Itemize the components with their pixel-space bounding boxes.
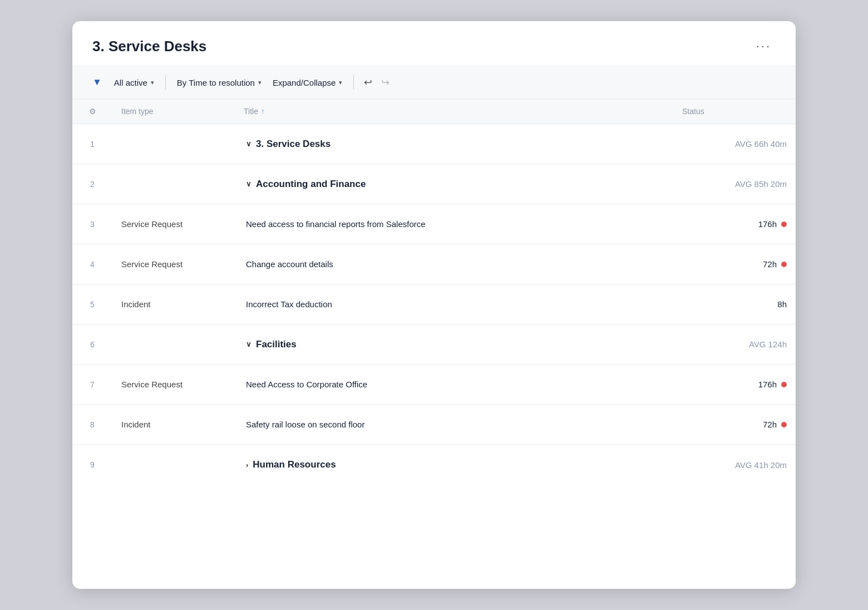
row-number: 4: [72, 260, 112, 269]
row-title: Change account details: [235, 259, 673, 269]
row-title: Need access to financial reports from Sa…: [235, 219, 673, 229]
status-avg: AVG 66h 40m: [735, 139, 787, 149]
status-time-value: 176h: [758, 219, 777, 229]
row-number: 8: [72, 420, 112, 429]
row-item-type: Service Request: [112, 219, 235, 229]
column-header-item-type: Item type: [112, 99, 235, 124]
table-row: 2∨Accounting and FinanceAVG 85h 20m: [72, 164, 796, 204]
row-title: Need Access to Corporate Office: [235, 380, 673, 389]
row-status: AVG 85h 20m: [673, 179, 796, 189]
row-number: 2: [72, 180, 112, 189]
row-status: AVG 41h 20m: [673, 460, 796, 470]
toolbar-divider-2: [353, 75, 354, 90]
group-title-label: Human Resources: [253, 459, 336, 470]
row-status: 8h: [673, 299, 796, 309]
status-dot: [781, 422, 787, 427]
group-title-label: Accounting and Finance: [256, 179, 366, 190]
expand-collapse-button[interactable]: Expand/Collapse ▾: [267, 75, 348, 91]
sort-chevron-icon: ▾: [258, 79, 262, 86]
filter-label: All active: [114, 78, 147, 87]
undo-button[interactable]: ↩: [359, 74, 377, 91]
table-header: ⚙ Item type Title ↑ Status: [72, 99, 796, 124]
expand-arrow-icon: ›: [246, 461, 248, 469]
toolbar: ▼ All active ▾ By Time to resolution ▾ E…: [72, 66, 796, 99]
more-options-button[interactable]: ···: [752, 37, 776, 56]
table-row: 6∨FacilitiesAVG 124h: [72, 324, 796, 365]
row-item-type: Incident: [112, 299, 235, 309]
status-dot: [781, 222, 787, 227]
status-avg: AVG 124h: [749, 340, 787, 349]
status-time-value: 8h: [777, 299, 787, 309]
column-header-status: Status: [673, 99, 796, 124]
group-title-label: Facilities: [256, 339, 297, 350]
table: ⚙ Item type Title ↑ Status 1∨3. Service …: [72, 99, 796, 485]
status-dot: [781, 262, 787, 267]
status-avg: AVG 41h 20m: [735, 460, 787, 470]
table-row: 7Service RequestNeed Access to Corporate…: [72, 365, 796, 405]
filter-icon: ▼: [92, 77, 102, 88]
group-title-label: 3. Service Desks: [256, 139, 331, 150]
table-row: 1∨3. Service DesksAVG 66h 40m: [72, 124, 796, 164]
sort-arrow-icon: ↑: [261, 107, 264, 115]
row-number: 9: [72, 460, 112, 469]
table-row: 9›Human ResourcesAVG 41h 20m: [72, 445, 796, 485]
table-body: 1∨3. Service DesksAVG 66h 40m2∨Accountin…: [72, 124, 796, 485]
row-status: AVG 66h 40m: [673, 139, 796, 149]
row-title[interactable]: ›Human Resources: [235, 459, 673, 470]
status-time-value: 176h: [758, 380, 777, 389]
row-number: 1: [72, 140, 112, 149]
row-item-type: Service Request: [112, 380, 235, 389]
collapse-arrow-icon: ∨: [246, 180, 251, 188]
main-card: 3. Service Desks ··· ▼ All active ▾ By T…: [72, 21, 796, 589]
filter-all-active-button[interactable]: All active ▾: [108, 75, 160, 91]
row-status: 176h: [673, 380, 796, 389]
sort-label: By Time to resolution: [177, 78, 255, 87]
row-number: 7: [72, 380, 112, 389]
row-title[interactable]: ∨3. Service Desks: [235, 139, 673, 150]
table-row: 5IncidentIncorrect Tax deduction8h: [72, 284, 796, 324]
column-header-title: Title ↑: [235, 99, 673, 124]
page-title: 3. Service Desks: [92, 38, 206, 55]
sort-by-time-button[interactable]: By Time to resolution ▾: [171, 75, 267, 91]
row-title: Incorrect Tax deduction: [235, 299, 673, 309]
row-item-type: Incident: [112, 420, 235, 429]
settings-icon: ⚙: [89, 107, 96, 116]
column-header-settings: ⚙: [72, 99, 112, 124]
row-title[interactable]: ∨Facilities: [235, 339, 673, 350]
table-row: 8IncidentSafety rail loose on second flo…: [72, 405, 796, 445]
collapse-arrow-icon: ∨: [246, 140, 251, 148]
row-item-type: Service Request: [112, 259, 235, 269]
status-time-value: 72h: [763, 420, 777, 429]
row-status: AVG 124h: [673, 340, 796, 349]
status-time-value: 72h: [763, 259, 777, 269]
filter-chevron-icon: ▾: [151, 79, 154, 86]
collapse-arrow-icon: ∨: [246, 340, 251, 348]
card-header: 3. Service Desks ···: [72, 21, 796, 66]
row-number: 3: [72, 220, 112, 229]
row-title: Safety rail loose on second floor: [235, 420, 673, 429]
table-row: 3Service RequestNeed access to financial…: [72, 204, 796, 244]
status-avg: AVG 85h 20m: [735, 179, 787, 189]
expand-label: Expand/Collapse: [273, 78, 336, 87]
row-title[interactable]: ∨Accounting and Finance: [235, 179, 673, 190]
toolbar-divider: [165, 75, 166, 90]
row-status: 72h: [673, 420, 796, 429]
status-dot: [781, 382, 787, 387]
redo-button[interactable]: ↪: [377, 74, 394, 91]
expand-chevron-icon: ▾: [339, 79, 342, 86]
row-number: 5: [72, 300, 112, 309]
table-row: 4Service RequestChange account details72…: [72, 244, 796, 284]
row-status: 72h: [673, 259, 796, 269]
row-number: 6: [72, 340, 112, 349]
row-status: 176h: [673, 219, 796, 229]
